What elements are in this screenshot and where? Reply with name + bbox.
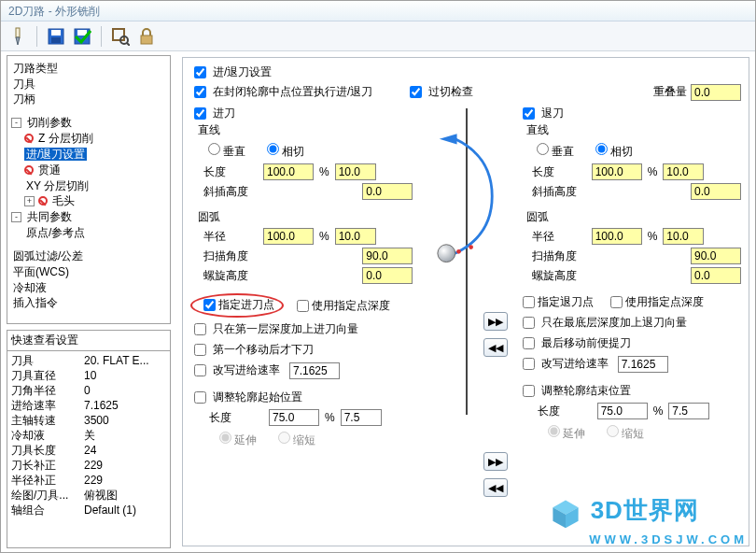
tree-node[interactable]: 插入指令: [11, 296, 60, 309]
overlap-input[interactable]: [691, 84, 741, 101]
only-first-layer[interactable]: 只在第一层深度加上进刀向量: [190, 320, 413, 338]
entry-helix-input[interactable]: [362, 267, 413, 284]
exit-rad-pct-input[interactable]: [592, 228, 642, 245]
adjust-end-pct-input[interactable]: [597, 403, 648, 419]
toolpath-tree[interactable]: 刀路类型 刀具 刀柄 -切削参数 Z 分层切削 进/退刀设置 贯通 XY 分层切…: [7, 55, 171, 324]
exit-enable[interactable]: 退刀: [519, 105, 741, 122]
save-icon[interactable]: [45, 25, 67, 48]
exit-len-pct-input[interactable]: [592, 163, 642, 180]
tree-node-selected[interactable]: 进/退刀设置: [24, 148, 87, 161]
closed-midpoint[interactable]: 在封闭轮廓中点位置执行进/退刀: [190, 83, 372, 101]
first-move-plunge-checkbox[interactable]: [194, 344, 206, 356]
exit-ramp-input[interactable]: [691, 183, 741, 200]
exit-rad-input[interactable]: [663, 228, 704, 245]
exit-sweep-input[interactable]: [691, 248, 741, 264]
tree-node[interactable]: 冷却液: [11, 281, 49, 294]
adjust-start-pct-input[interactable]: [269, 409, 319, 426]
spec-exit-pt-checkbox[interactable]: [523, 296, 535, 308]
entry-feed-input[interactable]: [289, 362, 340, 379]
expander-icon[interactable]: -: [11, 212, 21, 222]
extend-option[interactable]: 延伸: [215, 429, 257, 448]
exit-len-input[interactable]: [663, 163, 704, 180]
entry-len-pct-input[interactable]: [263, 163, 314, 180]
tree-node[interactable]: 贯通: [36, 163, 63, 177]
gouge-check[interactable]: 过切检查: [406, 83, 473, 101]
percent-label: %: [319, 230, 329, 243]
qv-key: 绘图/刀具...: [11, 488, 84, 503]
tree-node[interactable]: 原点/参考点: [24, 226, 87, 239]
only-last-layer-checkbox[interactable]: [523, 317, 535, 329]
entry-tangent-radio[interactable]: [267, 143, 279, 155]
lead-enable[interactable]: 进/退刀设置: [190, 64, 272, 81]
exit-checkbox[interactable]: [523, 107, 535, 120]
length-label: 长度: [209, 410, 265, 426]
shorten-option[interactable]: 缩短: [273, 429, 315, 448]
extend-radio[interactable]: [548, 425, 560, 437]
entry-tangent[interactable]: 相切: [262, 140, 304, 160]
use-pt-depth-exit-checkbox[interactable]: [610, 296, 623, 308]
last-move-retract-checkbox[interactable]: [523, 337, 535, 349]
entry-sweep-input[interactable]: [362, 248, 413, 264]
adjust-start-checkbox[interactable]: [194, 391, 206, 404]
entry-checkbox[interactable]: [194, 107, 206, 120]
override-feed-in-checkbox[interactable]: [194, 364, 206, 376]
tree-node[interactable]: 刀具: [11, 78, 37, 91]
expander-icon[interactable]: +: [24, 196, 35, 206]
extend-radio[interactable]: [219, 432, 231, 444]
exit-tangent-radio[interactable]: [595, 143, 608, 155]
adjust-start-len-input[interactable]: [341, 409, 382, 426]
use-pt-depth-exit[interactable]: 使用指定点深度: [607, 293, 704, 311]
tree-node[interactable]: 共同参数: [25, 210, 74, 223]
entry-rad-pct-input[interactable]: [263, 228, 314, 245]
tree-node[interactable]: XY 分层切削: [24, 179, 91, 192]
copy-left-button[interactable]: ◀◀: [483, 338, 508, 357]
use-pt-depth[interactable]: 使用指定点深度: [293, 297, 390, 315]
copy-left-button-2[interactable]: ◀◀: [483, 478, 508, 497]
entry-rad-input[interactable]: [335, 228, 376, 245]
tree-node[interactable]: 圆弧过滤/公差: [11, 249, 85, 262]
tree-node[interactable]: 切削参数: [25, 116, 74, 129]
gouge-check-checkbox[interactable]: [410, 86, 422, 98]
tree-node[interactable]: 刀路类型: [11, 62, 60, 75]
exit-feed-input[interactable]: [618, 356, 668, 373]
first-move-plunge[interactable]: 第一个移动后才下刀: [190, 341, 413, 359]
shorten-option[interactable]: 缩短: [602, 422, 644, 442]
copy-right-button-2[interactable]: ▶▶: [483, 452, 508, 471]
closed-midpoint-checkbox[interactable]: [194, 86, 206, 98]
entry-perp-radio[interactable]: [208, 143, 220, 155]
percent-label: %: [648, 165, 658, 178]
shorten-radio[interactable]: [607, 425, 619, 437]
adjust-end-len-input[interactable]: [668, 403, 709, 419]
override-feed-out-checkbox[interactable]: [523, 358, 535, 370]
use-pt-depth-checkbox[interactable]: [297, 300, 309, 312]
exit-helix-input[interactable]: [691, 267, 741, 284]
exit-perp[interactable]: 垂直: [532, 140, 574, 160]
tree-node[interactable]: 平面(WCS): [11, 265, 71, 278]
expander-icon[interactable]: -: [11, 118, 21, 128]
only-first-layer-checkbox[interactable]: [194, 323, 206, 335]
only-last-layer[interactable]: 只在最底层深度加上退刀向量: [519, 314, 741, 332]
shorten-radio[interactable]: [278, 432, 290, 444]
entry-enable[interactable]: 进刀: [190, 105, 413, 122]
tree-node[interactable]: 刀柄: [11, 92, 37, 106]
extend-option[interactable]: 延伸: [543, 422, 585, 442]
adjust-end-checkbox[interactable]: [523, 385, 535, 397]
save-green-icon[interactable]: [71, 25, 93, 48]
last-move-retract[interactable]: 最后移动前便提刀: [519, 334, 741, 352]
tree-node[interactable]: 毛头: [50, 194, 77, 207]
copy-right-button[interactable]: ▶▶: [483, 312, 508, 331]
tree-node[interactable]: Z 分层切削: [36, 132, 95, 145]
entry-ramp-input[interactable]: [362, 183, 413, 200]
spec-entry-pt-checkbox[interactable]: [203, 299, 216, 311]
adjust-start[interactable]: 调整轮廓起始位置: [190, 389, 413, 406]
entry-len-input[interactable]: [335, 163, 376, 180]
exit-tangent[interactable]: 相切: [591, 140, 633, 160]
zoom-extents-icon[interactable]: [109, 25, 132, 48]
tool-bit-icon[interactable]: [7, 25, 29, 48]
lock-icon[interactable]: [135, 25, 158, 48]
spec-exit-pt[interactable]: 指定退刀点: [519, 293, 594, 311]
exit-perp-radio[interactable]: [537, 143, 549, 155]
entry-perp[interactable]: 垂直: [203, 140, 245, 160]
lead-enable-checkbox[interactable]: [194, 66, 206, 78]
adjust-end[interactable]: 调整轮廓结束位置: [519, 382, 741, 400]
